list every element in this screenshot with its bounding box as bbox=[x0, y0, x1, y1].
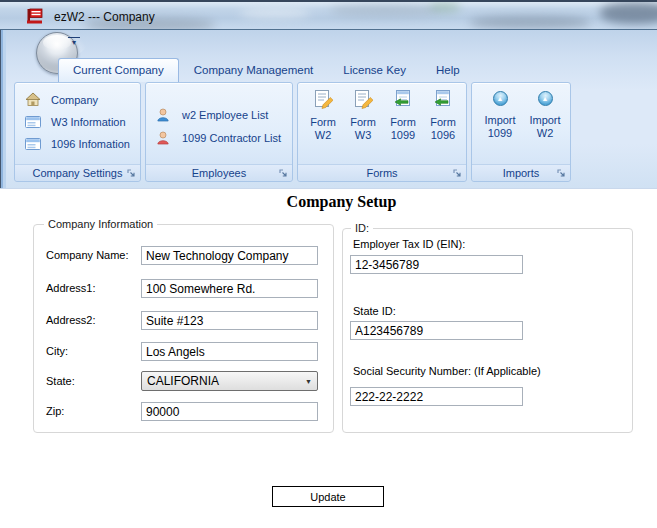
form-import-icon bbox=[433, 89, 453, 109]
ribbon-item-w2-employee-list[interactable]: w2 Employee List bbox=[146, 104, 288, 125]
ribbon-item-w3-information[interactable]: W3 Information bbox=[15, 111, 136, 132]
import-up-icon: ▲ bbox=[538, 91, 553, 106]
dialog-launcher-icon[interactable] bbox=[452, 167, 463, 178]
ribbon-item-label: Form 1096 bbox=[430, 116, 456, 141]
company-information-groupbox: Company Information Company Name: Addres… bbox=[33, 224, 334, 433]
state-label: State: bbox=[46, 375, 75, 387]
person-red-icon bbox=[156, 130, 173, 145]
glass-reflection bbox=[430, 2, 460, 12]
form-import-icon bbox=[393, 89, 413, 109]
state-id-input[interactable] bbox=[350, 321, 523, 340]
form-edit-icon bbox=[353, 89, 373, 109]
home-icon bbox=[25, 92, 42, 107]
ribbon-item-label: Company bbox=[51, 94, 98, 106]
dialog-launcher-icon[interactable] bbox=[278, 167, 289, 178]
chevron-down-icon: ▼ bbox=[305, 378, 312, 385]
ein-input[interactable] bbox=[350, 255, 523, 274]
ribbon-item-label: W3 Information bbox=[51, 116, 126, 128]
group-label-text: Imports bbox=[503, 167, 540, 179]
glass-reflection bbox=[470, 16, 590, 29]
title-bar: ezW2 --- Company bbox=[0, 0, 657, 30]
ribbon-item-form-w3[interactable]: Form W3 bbox=[341, 87, 385, 142]
address2-input[interactable] bbox=[141, 311, 318, 330]
person-blue-icon bbox=[156, 107, 173, 122]
ein-label: Employer Tax ID (EIN): bbox=[353, 238, 465, 250]
ribbon-item-company[interactable]: Company bbox=[15, 89, 136, 110]
tab-company-management[interactable]: Company Management bbox=[179, 58, 329, 82]
ribbon-item-1099-contractor-list[interactable]: 1099 Contractor List bbox=[146, 127, 288, 148]
group-company-settings: Company W3 Information bbox=[14, 82, 141, 182]
import-up-icon: ▲ bbox=[493, 91, 508, 106]
tab-license-key[interactable]: License Key bbox=[328, 58, 421, 82]
window-left-border bbox=[0, 30, 6, 188]
address2-label: Address2: bbox=[46, 314, 96, 326]
state-id-label: State ID: bbox=[353, 305, 396, 317]
update-button[interactable]: Update bbox=[272, 486, 384, 507]
group-imports: ▲ Import 1099 ▲ Import W2 Imports bbox=[471, 82, 571, 182]
ssn-label: Social Security Number: (If Applicable) bbox=[353, 365, 541, 377]
company-name-input[interactable] bbox=[141, 246, 318, 265]
glass-reflection bbox=[330, 4, 440, 16]
tab-help[interactable]: Help bbox=[421, 58, 475, 82]
form-edit-icon bbox=[313, 89, 333, 109]
ribbon-item-label: Form W3 bbox=[350, 116, 376, 141]
tab-current-company[interactable]: Current Company bbox=[58, 58, 179, 82]
group-label-text: Employees bbox=[192, 167, 246, 179]
company-name-label: Company Name: bbox=[46, 249, 129, 261]
group-label-imports: Imports bbox=[472, 164, 570, 181]
groupbox-legend: ID: bbox=[351, 222, 373, 234]
up-arrow-glyph: ▲ bbox=[497, 95, 504, 102]
id-groupbox: ID: Employer Tax ID (EIN): State ID: Soc… bbox=[342, 228, 633, 433]
city-label: City: bbox=[46, 345, 68, 357]
page-title: Company Setup bbox=[0, 193, 657, 211]
state-select[interactable]: CALIFORNIA ▼ bbox=[141, 371, 318, 391]
dialog-launcher-icon[interactable] bbox=[556, 167, 567, 178]
ribbon-item-label: Form W2 bbox=[310, 116, 336, 141]
glass-reflection bbox=[600, 2, 657, 24]
ribbon-item-form-1099[interactable]: Form 1099 bbox=[381, 87, 425, 142]
ribbon-item-label: w2 Employee List bbox=[182, 109, 268, 121]
ssn-input[interactable] bbox=[350, 387, 523, 406]
app-icon[interactable] bbox=[26, 8, 44, 25]
ribbon-item-1096-infomation[interactable]: 1096 Infomation bbox=[15, 133, 136, 154]
state-selected-value: CALIFORNIA bbox=[147, 374, 219, 388]
glass-reflection bbox=[240, 8, 310, 18]
group-label-text: Company Settings bbox=[33, 167, 123, 179]
dialog-launcher-icon[interactable] bbox=[126, 167, 137, 178]
quick-access-dropdown-icon[interactable]: ▾ bbox=[68, 37, 80, 49]
group-employees: w2 Employee List 1099 Contractor List Em… bbox=[145, 82, 293, 182]
zip-input[interactable] bbox=[141, 402, 318, 421]
group-label-company-settings: Company Settings bbox=[15, 164, 140, 181]
ribbon-item-import-1099[interactable]: ▲ Import 1099 bbox=[478, 87, 522, 140]
ribbon-item-form-1096[interactable]: Form 1096 bbox=[421, 87, 465, 142]
group-label-text: Forms bbox=[366, 167, 397, 179]
group-forms: Form W2 Form W3 Form 1099 bbox=[297, 82, 467, 182]
ribbon-item-form-w2[interactable]: Form W2 bbox=[301, 87, 345, 142]
ribbon-item-label: 1099 Contractor List bbox=[182, 132, 281, 144]
window-title: ezW2 --- Company bbox=[54, 10, 155, 24]
table-icon bbox=[25, 136, 42, 151]
ribbon: ▾ Current Company Company Management Lic… bbox=[0, 30, 657, 188]
group-label-employees: Employees bbox=[146, 164, 292, 181]
address1-label: Address1: bbox=[46, 282, 96, 294]
up-arrow-glyph: ▲ bbox=[542, 95, 549, 102]
groupbox-legend: Company Information bbox=[44, 218, 157, 230]
address1-input[interactable] bbox=[141, 279, 318, 298]
ribbon-item-import-w2[interactable]: ▲ Import W2 bbox=[523, 87, 567, 140]
city-input[interactable] bbox=[141, 342, 318, 361]
ribbon-item-label: Form 1099 bbox=[390, 116, 416, 141]
zip-label: Zip: bbox=[46, 405, 64, 417]
ribbon-item-label: Import 1099 bbox=[484, 114, 515, 139]
group-label-forms: Forms bbox=[298, 164, 466, 181]
ribbon-item-label: Import W2 bbox=[529, 114, 560, 139]
company-setup-panel: Company Setup Company Information Compan… bbox=[0, 188, 657, 528]
ribbon-item-label: 1096 Infomation bbox=[51, 138, 130, 150]
table-icon bbox=[25, 114, 42, 129]
ribbon-tab-bar: Current Company Company Management Licen… bbox=[58, 56, 475, 82]
